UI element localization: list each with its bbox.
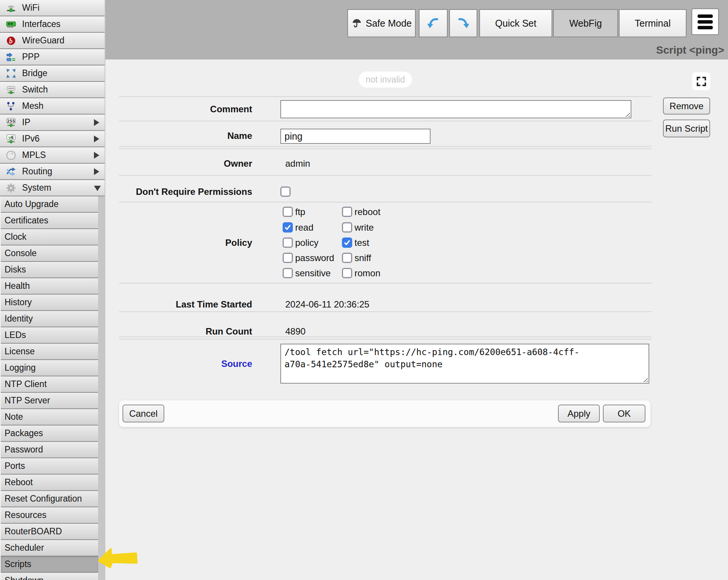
sidebar-item-label: NTP Client (5, 379, 47, 389)
sidebar-item-packages[interactable]: Packages (1, 425, 98, 442)
expand-arrow-icon (94, 152, 99, 159)
source-label[interactable]: Source (119, 358, 252, 370)
tab-quick-set[interactable]: Quick Set (479, 9, 552, 37)
webfig-app: WiFiInterfacesWireGuardPPPBridgeSwitchMe… (0, 0, 728, 580)
sidebar-item-bridge[interactable]: Bridge (0, 65, 105, 82)
sidebar-item-history[interactable]: History (1, 295, 98, 311)
page-title: Script <ping> (656, 44, 724, 56)
sidebar-item-wireguard[interactable]: WireGuard (0, 33, 105, 49)
safe-mode-button[interactable]: Safe Mode (347, 9, 416, 37)
divider (119, 175, 652, 176)
policy-option-label: policy (295, 237, 318, 248)
sidebar-item-label: Switch (22, 84, 48, 95)
sidebar-item-switch[interactable]: Switch (0, 82, 105, 98)
last-time-started-value: 2024-06-11 20:36:25 (285, 299, 369, 310)
divider (119, 121, 652, 121)
sidebar-item-identity[interactable]: Identity (1, 311, 98, 327)
comment-label: Comment (119, 104, 252, 115)
undo-button[interactable] (419, 9, 448, 37)
cancel-button[interactable]: Cancel (122, 405, 164, 422)
sidebar-item-scheduler[interactable]: Scheduler (1, 540, 98, 556)
remove-button[interactable]: Remove (663, 97, 710, 115)
sidebar-item-clock[interactable]: Clock (1, 229, 98, 245)
divider (119, 96, 652, 97)
expand-arrow-icon (94, 168, 99, 175)
sidebar-item-resources[interactable]: Resources (1, 507, 98, 524)
policy-checkbox-ftp[interactable] (283, 207, 293, 217)
svg-text:v6: v6 (8, 135, 14, 139)
sidebar-item-ipv6[interactable]: v6IPv6 (0, 131, 105, 147)
undo-icon (427, 17, 440, 30)
sidebar-item-disks[interactable]: Disks (1, 262, 98, 278)
policy-checkbox-policy[interactable] (283, 237, 293, 248)
sidebar-item-shutdown[interactable]: Shutdown (1, 573, 98, 580)
svg-text:255: 255 (7, 119, 15, 123)
sidebar-item-ip[interactable]: 255IP (0, 115, 105, 131)
sidebar-item-reboot[interactable]: Reboot (1, 475, 98, 491)
policy-checkbox-password[interactable] (283, 253, 293, 263)
redo-button[interactable] (449, 9, 477, 37)
sidebar-item-label: PPP (22, 52, 40, 62)
sidebar-item-mpls[interactable]: MPLS (0, 147, 105, 164)
policy-option-label: romon (354, 268, 380, 279)
dont-require-permissions-checkbox[interactable] (280, 186, 291, 197)
sidebar-item-certificates[interactable]: Certificates (1, 213, 98, 229)
umbrella-icon (351, 18, 362, 29)
sidebar-item-interfaces[interactable]: Interfaces (0, 16, 105, 33)
policy-checkbox-reboot[interactable] (342, 207, 352, 217)
sidebar-item-license[interactable]: License (1, 344, 98, 360)
sidebar-item-label: Interfaces (22, 19, 60, 29)
sidebar-item-note[interactable]: Note (1, 409, 98, 425)
sidebar-item-label: LEDs (5, 330, 26, 340)
sidebar-item-ports[interactable]: Ports (1, 458, 98, 475)
tab-terminal[interactable]: Terminal (619, 9, 687, 37)
policy-option-label: write (354, 222, 374, 233)
sidebar-item-logging[interactable]: Logging (1, 360, 98, 376)
sidebar-item-ntp-client[interactable]: NTP Client (1, 376, 98, 393)
sidebar-item-routerboard[interactable]: RouterBOARD (1, 524, 98, 540)
sidebar-item-reset-configuration[interactable]: Reset Configuration (1, 491, 98, 507)
name-input[interactable] (280, 129, 431, 144)
mpls-icon (5, 149, 17, 161)
comment-input[interactable] (280, 100, 631, 118)
sidebar-item-routing[interactable]: Routing (0, 164, 105, 180)
sidebar-item-label: WireGuard (22, 35, 64, 46)
policy-checkbox-write[interactable] (342, 222, 352, 233)
source-input[interactable]: /tool fetch url="https://hc-ping.com/620… (280, 344, 649, 384)
sidebar-item-auto-upgrade[interactable]: Auto Upgrade (1, 196, 98, 213)
sidebar-item-label: Reboot (5, 477, 33, 488)
ok-button[interactable]: OK (603, 405, 645, 422)
mesh-icon (5, 100, 17, 112)
sidebar-item-label: Ports (5, 461, 25, 471)
tab-webfig[interactable]: WebFig (553, 9, 618, 37)
sidebar-item-console[interactable]: Console (1, 245, 98, 262)
policy-checkbox-romon[interactable] (342, 268, 352, 278)
run-count-value: 4890 (285, 326, 305, 337)
policy-checkbox-sensitive[interactable] (283, 268, 293, 278)
sidebar-item-label: Packages (5, 428, 43, 438)
sidebar-item-health[interactable]: Health (1, 278, 98, 295)
policy-option-label: password (295, 253, 334, 263)
fullscreen-button[interactable] (692, 72, 710, 90)
run-script-button[interactable]: Run Script (663, 120, 710, 137)
sidebar-item-ntp-server[interactable]: NTP Server (1, 393, 98, 409)
sidebar-item-scripts[interactable]: Scripts (1, 556, 98, 573)
sidebar-item-system[interactable]: System (0, 180, 105, 196)
policy-checkbox-test[interactable] (342, 237, 352, 248)
policy-checkbox-read[interactable] (283, 222, 293, 233)
sidebar-item-mesh[interactable]: Mesh (0, 98, 105, 115)
sidebar-item-ppp[interactable]: PPP (0, 49, 105, 65)
sidebar-item-wifi[interactable]: WiFi (0, 0, 105, 16)
divider (119, 311, 652, 312)
sidebar-menu: WiFiInterfacesWireGuardPPPBridgeSwitchMe… (0, 0, 105, 196)
sidebar-item-label: Logging (5, 363, 36, 373)
apply-button[interactable]: Apply (558, 405, 600, 422)
sidebar-item-label: History (5, 297, 32, 308)
hamburger-menu-button[interactable] (691, 8, 719, 35)
sidebar-item-leds[interactable]: LEDs (1, 327, 98, 344)
policy-checkbox-sniff[interactable] (342, 253, 352, 263)
policy-option-label: sensitive (295, 268, 331, 279)
sidebar-item-password[interactable]: Password (1, 442, 98, 458)
sidebar-item-label: License (5, 346, 35, 357)
policy-option-password: password (283, 253, 334, 263)
